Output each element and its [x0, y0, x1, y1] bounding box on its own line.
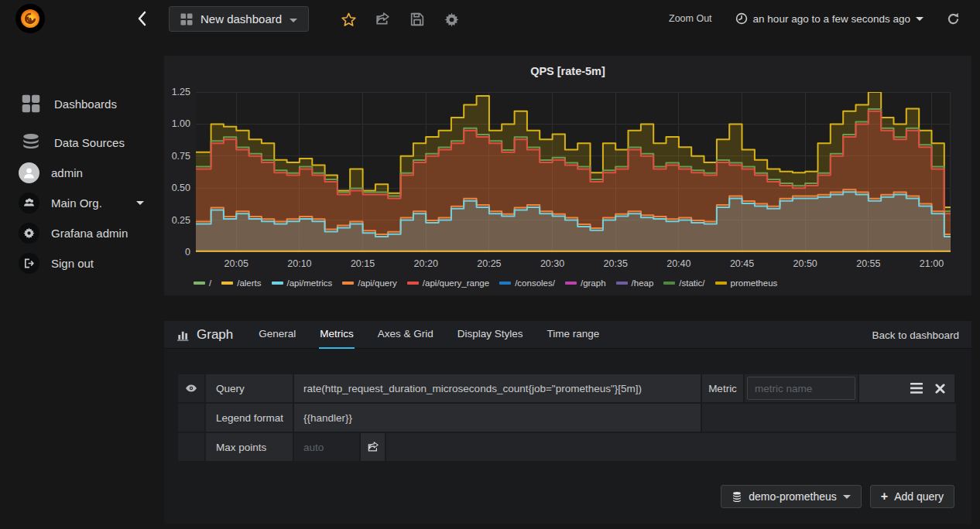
sidebar-item-org-switcher[interactable]: Main Org. — [0, 189, 164, 216]
legend-item[interactable]: /consoles/ — [499, 278, 555, 288]
sidebar-item-sign-out[interactable]: Sign out — [0, 250, 164, 276]
tab-metrics[interactable]: Metrics — [319, 321, 355, 349]
dashboard-title-dropdown[interactable]: New dashboard — [169, 6, 309, 32]
legend-label: /api/metrics — [287, 278, 333, 288]
legend-item[interactable]: /graph — [565, 278, 606, 288]
row-spacer-cell — [178, 433, 204, 461]
tab-general[interactable]: General — [258, 321, 296, 349]
sidebar-item-data-sources[interactable]: Data Sources — [0, 129, 164, 155]
editor-panel-type: Graph — [176, 327, 233, 343]
toggle-query-visibility-button[interactable] — [178, 374, 204, 402]
refresh-button[interactable] — [947, 12, 960, 26]
grafana-flame-icon — [19, 7, 42, 30]
x-tick-label: 20:40 — [659, 258, 699, 269]
query-menu-icon[interactable] — [910, 383, 923, 394]
x-tick-label: 20:45 — [722, 258, 762, 269]
y-tick-label: 1.25 — [164, 87, 190, 97]
refresh-icon — [947, 12, 960, 26]
settings-button[interactable] — [443, 11, 460, 28]
sidebar-item-label: Grafana admin — [51, 227, 128, 240]
grafana-logo[interactable] — [15, 4, 45, 33]
legend-item[interactable]: / — [194, 278, 211, 288]
share-button[interactable] — [374, 11, 391, 28]
x-tick-label: 20:05 — [216, 258, 256, 269]
chart-legend: //alerts/api/metrics/api/query/api/query… — [194, 278, 777, 288]
save-button[interactable] — [409, 11, 426, 28]
legend-color-swatch — [715, 282, 727, 285]
x-tick-label: 20:15 — [343, 258, 383, 269]
gear-icon — [444, 12, 459, 27]
legend-item[interactable]: /api/query_range — [407, 278, 489, 288]
database-icon — [22, 133, 40, 152]
sidebar-item-grafana-admin[interactable]: Grafana admin — [0, 220, 164, 246]
sidebar-item-label: Sign out — [51, 257, 94, 270]
dashboard-grid-icon — [180, 13, 193, 26]
tab-axes-grid[interactable]: Axes & Grid — [377, 321, 434, 349]
legend-item[interactable]: /alerts — [221, 278, 261, 288]
eye-icon — [185, 382, 197, 394]
chart-plot-area[interactable] — [196, 92, 951, 252]
row-filler — [702, 404, 956, 432]
chevron-down-icon — [290, 19, 297, 22]
remove-query-icon[interactable] — [935, 384, 945, 394]
legend-label: /alerts — [237, 278, 261, 288]
row-spacer-cell — [178, 404, 204, 432]
legend-item[interactable]: /api/metrics — [272, 278, 333, 288]
legend-item[interactable]: prometheus — [715, 278, 778, 288]
query-input-cell — [294, 374, 701, 402]
row-filler — [386, 433, 956, 461]
chevron-down-icon — [843, 495, 851, 499]
legend-label: / — [209, 278, 211, 288]
tab-time-range[interactable]: Time range — [547, 321, 601, 349]
time-range-picker[interactable]: an hour ago to a few seconds ago — [735, 12, 923, 25]
external-link-icon — [368, 442, 379, 452]
legend-item[interactable]: /static/ — [663, 278, 704, 288]
metric-name-input[interactable] — [747, 377, 855, 400]
sidebar-item-label: Dashboards — [54, 97, 117, 111]
datasource-dropdown-button[interactable]: demo-prometheus — [721, 485, 862, 508]
max-points-link-button[interactable] — [361, 433, 385, 461]
chevron-down-icon — [916, 17, 923, 21]
sidebar: Dashboards Data Sources admin Main Org. — [0, 37, 164, 529]
sidebar-item-dashboards[interactable]: Dashboards — [0, 90, 164, 117]
back-to-dashboard-link[interactable]: Back to dashboard — [872, 321, 959, 349]
back-chevron-icon[interactable] — [136, 10, 152, 27]
dashboard-title: New dashboard — [200, 12, 282, 26]
add-query-button[interactable]: + Add query — [870, 485, 954, 508]
star-button[interactable] — [340, 11, 357, 28]
legend-format-input[interactable] — [294, 404, 701, 432]
panel-title[interactable]: QPS [rate-5m] — [164, 65, 971, 77]
x-tick-label: 20:50 — [785, 258, 825, 269]
y-tick-label: 0.25 — [164, 215, 190, 226]
legend-format-input-cell — [294, 404, 701, 432]
legend-color-swatch — [499, 282, 511, 285]
chevron-down-icon — [136, 201, 144, 205]
editor-footer-buttons: demo-prometheus + Add query — [721, 485, 954, 508]
max-points-input-cell — [294, 433, 359, 461]
legend-color-swatch — [565, 282, 577, 285]
legend-item[interactable]: /api/query — [342, 278, 397, 288]
query-expression-input[interactable] — [294, 374, 701, 402]
legend-label: /static/ — [679, 278, 704, 288]
sidebar-item-label: admin — [51, 166, 83, 179]
legend-label: /api/query_range — [423, 278, 489, 288]
legend-label: prometheus — [731, 278, 778, 288]
max-points-label: Max points — [206, 433, 293, 461]
legend-label: /api/query — [358, 278, 397, 288]
legend-format-row: Legend format — [178, 404, 956, 432]
zoom-out-button[interactable]: Zoom Out — [669, 13, 712, 24]
editor-tabs: General Metrics Axes & Grid Display Styl… — [258, 321, 622, 349]
sidebar-item-profile[interactable]: admin — [0, 159, 164, 186]
metric-label: Metric — [702, 374, 743, 402]
max-points-input[interactable] — [296, 435, 357, 459]
datasource-name: demo-prometheus — [749, 490, 837, 503]
tab-display-styles[interactable]: Display Styles — [457, 321, 524, 349]
max-points-row: Max points — [178, 433, 956, 461]
panel-editor: Graph General Metrics Axes & Grid Displa… — [164, 321, 971, 524]
legend-item[interactable]: /heap — [616, 278, 654, 288]
legend-color-swatch — [221, 282, 233, 285]
save-icon — [410, 12, 424, 26]
legend-color-swatch — [407, 282, 419, 285]
clock-icon — [735, 12, 748, 25]
x-tick-label: 20:25 — [469, 258, 509, 269]
